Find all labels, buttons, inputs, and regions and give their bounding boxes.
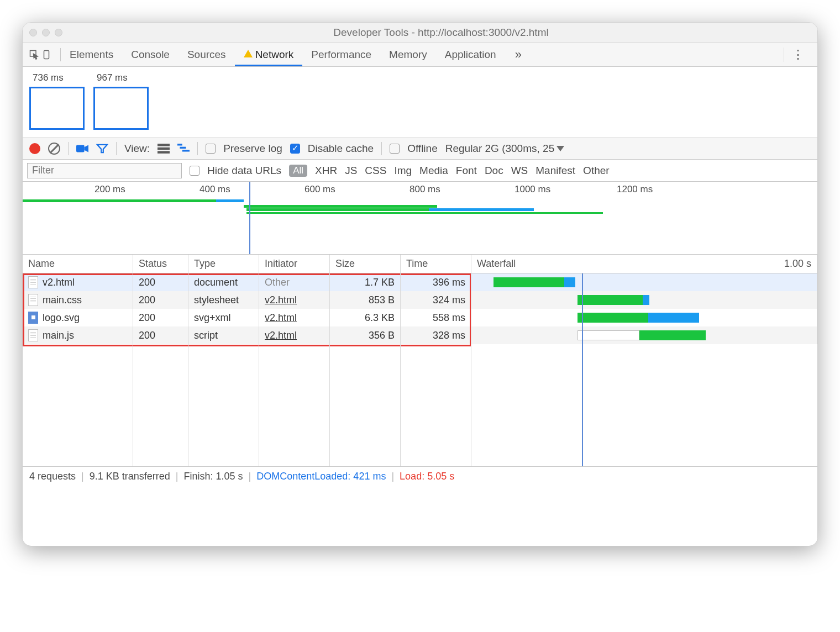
req-size: 356 B [330,326,401,344]
tab-elements[interactable]: Elements [61,43,122,66]
filter-media[interactable]: Media [419,165,448,177]
filmstrip-time-1: 967 ms [97,72,149,83]
table-row[interactable]: main.js 200 script v2.html 356 B 328 ms [23,326,817,344]
col-waterfall[interactable]: Waterfall 1.00 s [471,255,817,273]
filter-all[interactable]: All [289,165,307,177]
status-finish: Finish: 1.05 s [184,471,243,482]
window-controls [29,29,62,36]
tick: 1200 ms [617,184,653,195]
domcontentloaded-marker [249,182,250,254]
filter-doc[interactable]: Doc [485,165,503,177]
request-table: v2.html 200 document Other 1.7 KB 396 ms… [23,273,817,467]
req-type: svg+xml [188,309,259,326]
view-large-icon[interactable] [158,144,170,154]
filter-other[interactable]: Other [583,165,610,177]
req-status: 200 [133,291,188,309]
timeline-ticks: 200 ms 400 ms 600 ms 800 ms 1000 ms 1200… [23,182,817,197]
filter-icon[interactable] [96,144,108,154]
req-initiator[interactable]: v2.html [265,312,297,324]
separator [197,142,198,155]
filmstrip-frame-1[interactable]: 967 ms [93,72,149,130]
tab-sources[interactable]: Sources [179,43,235,66]
table-row[interactable]: v2.html 200 document Other 1.7 KB 396 ms [23,273,817,291]
filmstrip: 736 ms 967 ms [23,67,817,138]
offline-label: Offline [407,143,438,155]
tick: 200 ms [95,184,125,195]
col-time[interactable]: Time [401,255,471,273]
tick: 1000 ms [514,184,550,195]
col-initiator[interactable]: Initiator [259,255,330,273]
record-button[interactable] [29,143,40,154]
timeline-bar [244,205,437,208]
minimize-dot[interactable] [42,29,50,36]
req-status: 200 [133,326,188,344]
kebab-menu-icon[interactable]: ⋮ [784,48,812,62]
status-transferred: 9.1 KB transferred [90,471,170,482]
table-row[interactable]: main.css 200 stylesheet v2.html 853 B 32… [23,291,817,309]
clear-button[interactable] [48,143,60,155]
timeline-bar [246,208,429,211]
filmstrip-frame-0[interactable]: 736 ms [29,72,85,130]
separator [68,142,69,155]
req-initiator[interactable]: v2.html [265,330,297,341]
timeline-overview[interactable]: 200 ms 400 ms 600 ms 800 ms 1000 ms 1200… [23,182,817,255]
col-name[interactable]: Name [23,255,133,273]
req-initiator[interactable]: v2.html [265,294,297,306]
req-time: 558 ms [401,309,471,326]
col-size[interactable]: Size [330,255,401,273]
tick: 600 ms [305,184,335,195]
filter-input[interactable] [27,163,182,178]
timeline-bar [429,208,534,211]
tab-network[interactable]: Network [235,43,303,66]
req-status: 200 [133,273,188,291]
svg-rect-8 [182,150,190,151]
filter-manifest[interactable]: Manifest [536,165,575,177]
disable-cache-checkbox[interactable] [290,144,300,154]
filter-img[interactable]: Img [394,165,412,177]
inspect-icon[interactable] [28,50,40,60]
filter-font[interactable]: Font [456,165,477,177]
req-size: 853 B [330,291,401,309]
offline-checkbox[interactable] [390,144,400,154]
status-bar: 4 requests| 9.1 KB transferred| Finish: … [23,467,817,486]
col-type[interactable]: Type [188,255,259,273]
waterfall-scale: 1.00 s [784,258,811,270]
filter-css[interactable]: CSS [365,165,386,177]
document-icon [28,276,38,288]
req-type: script [188,326,259,344]
table-row[interactable]: logo.svg 200 svg+xml v2.html 6.3 KB 558 … [23,309,817,326]
req-size: 6.3 KB [330,309,401,326]
svg-rect-7 [180,147,186,149]
devtools-window: Developer Tools - http://localhost:3000/… [22,22,818,546]
preserve-log-checkbox[interactable] [206,144,216,154]
filter-ws[interactable]: WS [511,165,528,177]
hide-data-urls-label: Hide data URLs [207,165,281,177]
filter-xhr[interactable]: XHR [315,165,337,177]
view-waterfall-icon[interactable] [177,144,190,154]
throttle-select[interactable]: Regular 2G (300ms, 25 [445,143,565,155]
close-dot[interactable] [29,29,37,36]
filter-js[interactable]: JS [345,165,357,177]
tab-application[interactable]: Application [436,43,505,66]
req-time: 324 ms [401,291,471,309]
maximize-dot[interactable] [55,29,62,36]
tab-performance[interactable]: Performance [302,43,380,66]
req-waterfall [471,273,817,291]
device-icon[interactable] [40,50,53,60]
hide-data-urls-checkbox[interactable] [190,166,200,176]
tab-memory[interactable]: Memory [380,43,436,66]
window-title: Developer Tools - http://localhost:3000/… [71,27,811,39]
tab-console[interactable]: Console [122,43,179,66]
separator [381,142,382,155]
camera-icon[interactable] [76,144,88,154]
col-status[interactable]: Status [133,255,188,273]
svg-rect-2 [76,145,85,152]
req-time: 328 ms [401,326,471,344]
more-tabs-icon[interactable]: » [505,48,532,62]
status-dcl: DOMContentLoaded: 421 ms [256,471,386,482]
panel-tabbar: Elements Console Sources Network Perform… [23,43,817,67]
view-label: View: [124,143,150,155]
req-name: main.js [43,330,74,341]
req-name: v2.html [43,277,75,288]
svg-rect-3 [158,144,170,146]
